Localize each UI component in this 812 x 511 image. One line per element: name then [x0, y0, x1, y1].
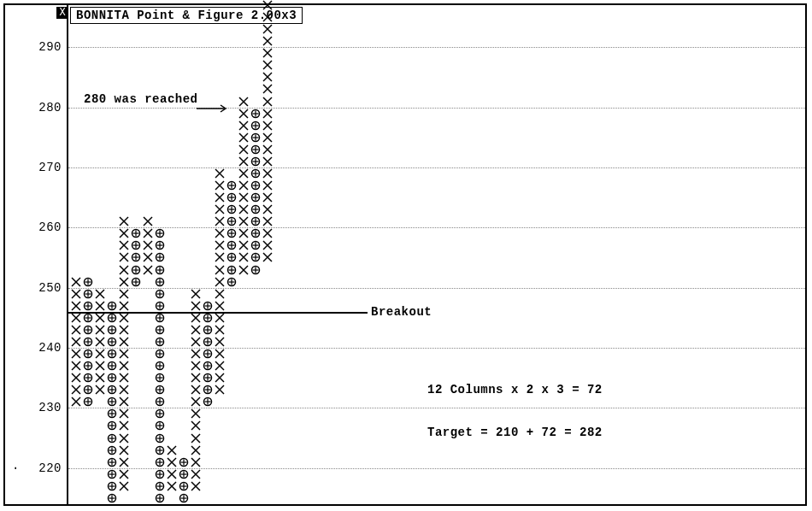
o-mark-icon: [202, 360, 214, 372]
o-mark-icon: [154, 251, 166, 263]
o-mark-icon: [202, 324, 214, 336]
x-mark-icon: [190, 444, 202, 456]
o-mark-icon: [106, 396, 118, 408]
x-mark-icon: [238, 132, 250, 144]
o-mark-icon: [178, 480, 190, 492]
x-mark-icon: [118, 264, 130, 276]
x-mark-icon: [262, 47, 274, 59]
o-mark-icon: [250, 239, 262, 251]
o-mark-icon: [154, 324, 166, 336]
x-mark-icon: [94, 336, 106, 348]
o-mark-icon: [178, 468, 190, 480]
x-mark-icon: [70, 312, 82, 324]
x-mark-icon: [118, 227, 130, 239]
x-mark-icon: [214, 288, 226, 300]
o-mark-icon: [106, 492, 118, 504]
x-mark-icon: [214, 215, 226, 227]
o-mark-icon: [250, 156, 262, 167]
x-mark-icon: [262, 144, 274, 156]
x-mark-icon: [118, 276, 130, 288]
x-mark-icon: [238, 215, 250, 227]
o-mark-icon: [154, 456, 166, 468]
o-mark-icon: [106, 360, 118, 372]
x-mark-icon: [94, 384, 106, 396]
x-mark-icon: [214, 251, 226, 263]
x-mark-icon: [214, 227, 226, 239]
y-tick-label: 230: [10, 401, 62, 414]
x-mark-icon: [118, 336, 130, 348]
x-mark-icon: [214, 372, 226, 384]
pf-column-o: [202, 5, 214, 504]
x-mark-icon: [238, 96, 250, 108]
x-mark-icon: [118, 468, 130, 480]
pf-column-x: [262, 5, 274, 504]
o-mark-icon: [154, 227, 166, 239]
x-mark-icon: [142, 251, 154, 263]
pf-column-x: [142, 5, 154, 504]
o-mark-icon: [178, 492, 190, 504]
o-mark-icon: [154, 300, 166, 312]
x-mark-icon: [142, 264, 154, 276]
o-mark-icon: [154, 336, 166, 348]
x-mark-icon: [214, 348, 226, 360]
o-mark-icon: [82, 348, 94, 360]
o-mark-icon: [82, 288, 94, 300]
o-mark-icon: [154, 396, 166, 408]
x-mark-icon: [190, 396, 202, 408]
x-mark-icon: [214, 312, 226, 324]
x-mark-icon: [70, 396, 82, 408]
o-mark-icon: [202, 312, 214, 324]
x-mark-icon: [166, 456, 178, 468]
o-mark-icon: [250, 203, 262, 215]
o-mark-icon: [250, 251, 262, 263]
x-mark-icon: [118, 372, 130, 384]
x-mark-icon: [118, 300, 130, 312]
o-mark-icon: [154, 312, 166, 324]
title-marker: X: [56, 7, 68, 19]
o-mark-icon: [154, 348, 166, 360]
o-mark-icon: [106, 456, 118, 468]
x-mark-icon: [94, 360, 106, 372]
o-mark-icon: [226, 251, 238, 263]
x-mark-icon: [262, 23, 274, 35]
x-mark-icon: [190, 480, 202, 492]
pf-column-o: [178, 5, 190, 504]
x-mark-icon: [262, 203, 274, 215]
o-mark-icon: [226, 276, 238, 288]
x-mark-icon: [214, 191, 226, 203]
x-mark-icon: [118, 444, 130, 456]
o-mark-icon: [250, 179, 262, 191]
o-mark-icon: [250, 108, 262, 120]
pf-column-o: [250, 5, 262, 504]
o-mark-icon: [154, 444, 166, 456]
y-tick-label: 280: [10, 101, 62, 115]
x-mark-icon: [262, 167, 274, 179]
o-mark-icon: [106, 312, 118, 324]
x-mark-icon: [238, 156, 250, 167]
x-mark-icon: [190, 324, 202, 336]
x-mark-icon: [190, 384, 202, 396]
pf-column-o: [106, 5, 118, 504]
x-mark-icon: [190, 348, 202, 360]
x-mark-icon: [262, 215, 274, 227]
x-mark-icon: [262, 83, 274, 95]
o-mark-icon: [154, 468, 166, 480]
x-mark-icon: [238, 120, 250, 132]
o-mark-icon: [250, 191, 262, 203]
plot-area: BONNITA Point & Figure 2.00x3 XBreakout2…: [67, 5, 805, 504]
o-mark-icon: [106, 432, 118, 444]
x-mark-icon: [94, 288, 106, 300]
o-mark-icon: [106, 384, 118, 396]
x-mark-icon: [94, 312, 106, 324]
reached-annotation: 280 was reached: [84, 92, 198, 106]
x-mark-icon: [262, 156, 274, 167]
o-mark-icon: [130, 264, 142, 276]
x-mark-icon: [118, 384, 130, 396]
x-mark-icon: [142, 227, 154, 239]
o-mark-icon: [82, 360, 94, 372]
pf-column-x: [214, 5, 226, 504]
pf-column-x: [70, 5, 82, 504]
x-mark-icon: [166, 444, 178, 456]
o-mark-icon: [82, 336, 94, 348]
x-mark-icon: [190, 468, 202, 480]
